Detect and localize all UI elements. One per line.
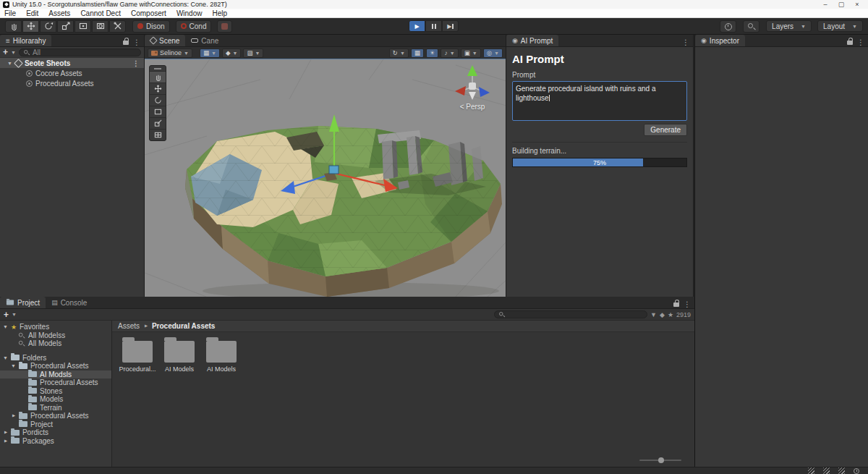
custom-tool-button[interactable] bbox=[109, 20, 126, 33]
slider-thumb[interactable] bbox=[658, 457, 664, 463]
overlay-scale-tool[interactable] bbox=[150, 117, 166, 129]
tree-folders-root[interactable]: ▼Folders bbox=[0, 354, 111, 363]
tab-game[interactable]: Cane bbox=[185, 35, 224, 46]
tree-terrain[interactable]: Terrain bbox=[0, 404, 111, 412]
menu-assets[interactable]: Assets bbox=[48, 9, 70, 17]
menu-file[interactable]: File bbox=[4, 9, 16, 17]
scale-tool-button[interactable] bbox=[57, 20, 74, 33]
scene-visibility-toggle[interactable]: ◆▼ bbox=[222, 48, 241, 58]
global-search-button[interactable] bbox=[743, 20, 760, 33]
background-task-icon[interactable] bbox=[854, 468, 859, 474]
chevron-down-icon[interactable]: ▼ bbox=[11, 363, 16, 368]
orientation-gizmo[interactable]: < Persp bbox=[449, 64, 495, 111]
tab-hierarchy[interactable]: ≡Hilorarahy bbox=[0, 35, 51, 46]
cond-button[interactable]: Cond bbox=[176, 20, 212, 33]
close-button[interactable]: × bbox=[849, 1, 865, 8]
kebab-menu-icon[interactable]: ⋮ bbox=[682, 38, 689, 46]
tab-console[interactable]: ▤Console bbox=[46, 297, 93, 308]
overlay-rotate-tool[interactable] bbox=[150, 94, 166, 106]
tree-project[interactable]: Project bbox=[0, 420, 111, 429]
tab-inspector[interactable]: ◉Inspector bbox=[695, 35, 745, 46]
menu-edit[interactable]: Edit bbox=[26, 9, 38, 17]
project-search-input[interactable] bbox=[494, 310, 647, 318]
step-button[interactable]: ▶ bbox=[442, 20, 459, 32]
chevron-down-icon[interactable]: ▼ bbox=[3, 355, 8, 360]
perspective-label[interactable]: < Persp bbox=[449, 103, 495, 111]
menu-composert[interactable]: Composert bbox=[131, 9, 166, 17]
hierarchy-search-input[interactable]: All bbox=[19, 48, 141, 56]
minimize-button[interactable]: – bbox=[817, 1, 833, 8]
restore-button[interactable]: ▢ bbox=[833, 1, 849, 8]
lock-icon[interactable] bbox=[847, 41, 853, 45]
rotate-tool-button[interactable] bbox=[40, 20, 56, 33]
chevron-right-icon[interactable]: ▼ bbox=[3, 430, 8, 435]
shading-mode-dropdown[interactable]: Selinoe▼ bbox=[148, 48, 192, 58]
chevron-down-icon[interactable]: ▼ bbox=[3, 324, 8, 329]
kebab-menu-icon[interactable]: ⋮ bbox=[684, 300, 691, 308]
tree-all-modelss[interactable]: All Modelss bbox=[0, 331, 111, 340]
kebab-menu-icon[interactable]: ⋮ bbox=[857, 38, 864, 46]
hand-tool-button[interactable] bbox=[5, 20, 22, 33]
drag-handle-icon[interactable] bbox=[154, 68, 161, 69]
breadcrumb-current[interactable]: Procedural Assets bbox=[152, 322, 215, 330]
favorites-star-icon[interactable]: ★ bbox=[668, 311, 673, 318]
undo-history-button[interactable] bbox=[720, 20, 736, 33]
chevron-right-icon[interactable]: ▼ bbox=[3, 439, 8, 444]
overlay-rect-tool[interactable] bbox=[150, 106, 166, 117]
asset-tile-procedural[interactable]: Procedural... bbox=[118, 341, 157, 373]
tree-pordicts[interactable]: ▼Pordicts bbox=[0, 428, 111, 437]
dison-button[interactable]: Dison bbox=[132, 20, 170, 33]
activity-icon[interactable] bbox=[823, 467, 830, 474]
breadcrumb-root[interactable]: Assets bbox=[118, 322, 140, 330]
gizmos-dropdown[interactable]: ◎▼ bbox=[483, 48, 503, 58]
type-filter-icon[interactable]: ▼ bbox=[650, 311, 657, 318]
tree-favorites[interactable]: ▼★Favorites bbox=[0, 323, 111, 331]
add-asset-button[interactable]: + bbox=[4, 310, 9, 320]
hierarchy-item-cocore-assets[interactable]: Cocore Assets bbox=[0, 68, 144, 78]
layout-dropdown[interactable]: Layout▼ bbox=[817, 20, 863, 32]
hierarchy-item-procedural-assets[interactable]: Procedural Assets bbox=[0, 78, 144, 88]
asset-tile-ai-models-2[interactable]: AI Models bbox=[202, 341, 241, 373]
pause-button[interactable] bbox=[425, 20, 442, 32]
overlay-hand-tool[interactable] bbox=[150, 71, 166, 82]
tab-scene[interactable]: Scene bbox=[145, 35, 185, 46]
chevron-right-icon[interactable]: ▼ bbox=[11, 413, 16, 418]
prompt-input[interactable]: Generate procedural island with ruins an… bbox=[512, 81, 687, 121]
tree-procedural-assets-3[interactable]: ▼Procedural Assets bbox=[0, 412, 111, 420]
tree-stones[interactable]: Stones bbox=[0, 387, 111, 396]
tab-ai-prompt[interactable]: ◉AI Prompt bbox=[506, 35, 558, 46]
tree-ai-modsls[interactable]: AI Modsls bbox=[0, 371, 111, 379]
menu-cannot-dect[interactable]: Cannot Dect bbox=[80, 9, 121, 17]
overlay-move-tool[interactable] bbox=[150, 82, 166, 94]
layers-dropdown[interactable]: Layers▼ bbox=[766, 20, 812, 32]
generate-button[interactable]: Generate bbox=[644, 124, 687, 136]
audio-toggle[interactable]: ♪▼ bbox=[441, 48, 458, 58]
tree-models[interactable]: Models bbox=[0, 395, 111, 404]
kebab-menu-icon[interactable]: ⋮ bbox=[132, 59, 140, 67]
icon-size-slider[interactable] bbox=[639, 457, 681, 463]
hierarchy-item-scene[interactable]: ▼ Seote Sheots ⋮ bbox=[0, 58, 144, 68]
rect-tool-button[interactable] bbox=[75, 20, 91, 33]
tree-all-models[interactable]: All Models bbox=[0, 339, 111, 348]
label-filter-icon[interactable]: ◆ bbox=[660, 311, 665, 318]
kebab-menu-icon[interactable]: ⋮ bbox=[133, 38, 140, 46]
collab-button[interactable] bbox=[217, 20, 232, 33]
asset-tile-ai-models-1[interactable]: AI Models bbox=[160, 341, 199, 373]
play-button[interactable]: ▶ bbox=[409, 20, 425, 32]
grid-toggle[interactable]: ▦ bbox=[411, 48, 424, 58]
move-tool-button[interactable] bbox=[22, 20, 39, 33]
lock-icon[interactable] bbox=[673, 302, 679, 307]
rotate-snap-dropdown[interactable]: ↻▼ bbox=[389, 48, 409, 58]
menu-window[interactable]: Window bbox=[176, 9, 203, 17]
draw-mode-toggle[interactable]: ▦▼ bbox=[200, 48, 220, 58]
transform-tool-button[interactable] bbox=[92, 20, 109, 33]
menu-help[interactable]: Help bbox=[212, 9, 227, 17]
activity-icon[interactable] bbox=[838, 467, 845, 474]
tab-project[interactable]: Project bbox=[0, 297, 46, 308]
activity-icon[interactable] bbox=[808, 467, 814, 474]
scene-canvas[interactable]: < Persp bbox=[145, 59, 506, 297]
lighting-toggle[interactable]: ☀ bbox=[426, 48, 439, 58]
lock-icon[interactable] bbox=[123, 41, 129, 45]
tree-procedural-assets[interactable]: ▼Procedural Assets bbox=[0, 362, 111, 371]
camera-settings-dropdown[interactable]: ▣▼ bbox=[461, 48, 481, 58]
